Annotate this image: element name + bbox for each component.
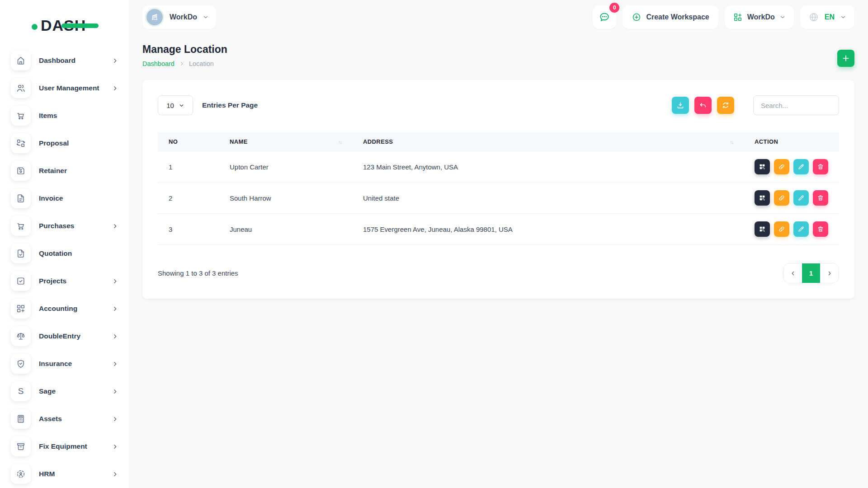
- copy-link-button[interactable]: [774, 221, 789, 237]
- focus-user-icon: [11, 464, 31, 484]
- cell-no: 2: [158, 183, 219, 214]
- entries-per-page-select[interactable]: 10: [158, 95, 193, 115]
- cell-name: Juneau: [219, 214, 352, 245]
- row-actions: [755, 159, 828, 174]
- reset-button[interactable]: [694, 97, 712, 114]
- language-selector[interactable]: EN: [800, 5, 854, 29]
- qr-code-button[interactable]: [755, 190, 770, 206]
- refresh-button[interactable]: [717, 97, 734, 114]
- sidebar-item-assets[interactable]: Assets: [11, 409, 121, 429]
- brand-logo[interactable]: DASH: [0, 10, 129, 37]
- sidebar: DASH Dashboard User Management Items Pro…: [0, 0, 129, 488]
- breadcrumb-dashboard-link[interactable]: Dashboard: [142, 60, 175, 67]
- qr-code-button[interactable]: [755, 159, 770, 174]
- delete-button[interactable]: [813, 221, 828, 237]
- previous-page-button[interactable]: [783, 263, 802, 283]
- building-icon: [145, 8, 164, 27]
- edit-button[interactable]: [793, 190, 809, 206]
- cart-icon: [11, 106, 31, 126]
- search-input[interactable]: [753, 95, 839, 115]
- floppy-icon: [11, 161, 31, 181]
- sidebar-item-dashboard[interactable]: Dashboard: [11, 51, 121, 70]
- messages-badge: 0: [609, 3, 619, 13]
- sidebar-item-doubleentry[interactable]: DoubleEntry: [11, 326, 121, 346]
- messages-button[interactable]: 0: [593, 5, 616, 29]
- sidebar-item-user-management[interactable]: User Management: [11, 78, 121, 98]
- workspace-name: WorkDo: [170, 13, 197, 21]
- download-icon: [676, 101, 684, 109]
- chevron-down-icon: [779, 14, 786, 20]
- sidebar-nav: Dashboard User Management Items Proposal…: [0, 37, 129, 484]
- grid-plus-icon: [733, 12, 743, 22]
- workdo-menu-button[interactable]: WorkDo: [725, 5, 794, 29]
- column-header-no: NO: [158, 132, 219, 151]
- chevron-right-icon: [112, 223, 118, 229]
- undo-icon: [699, 101, 707, 109]
- sidebar-item-projects[interactable]: Projects: [11, 271, 121, 291]
- qr-code-icon: [759, 163, 766, 170]
- export-button[interactable]: [672, 97, 689, 114]
- create-workspace-button[interactable]: Create Workspace: [623, 5, 718, 29]
- sidebar-item-retainer[interactable]: Retainer: [11, 161, 121, 181]
- sidebar-item-invoice[interactable]: Invoice: [11, 188, 121, 208]
- trash-icon: [817, 225, 824, 233]
- column-header-name: NAME ↑↓: [219, 132, 352, 151]
- trash-icon: [817, 194, 824, 202]
- table-row: 2 South Harrow United state: [158, 183, 839, 214]
- workspace-selector[interactable]: WorkDo: [142, 5, 216, 29]
- trash-icon: [817, 163, 824, 170]
- copy-link-button[interactable]: [774, 159, 789, 174]
- chevron-left-icon: [790, 270, 796, 277]
- chevron-down-icon: [203, 14, 209, 20]
- chevron-right-icon: [112, 278, 118, 284]
- page-header: Manage Location Dashboard Location: [142, 43, 854, 67]
- sidebar-item-items[interactable]: Items: [11, 106, 121, 126]
- chevron-right-icon: [112, 361, 118, 367]
- sidebar-item-insurance[interactable]: Insurance: [11, 354, 121, 374]
- delete-button[interactable]: [813, 159, 828, 174]
- sidebar-item-purchases[interactable]: Purchases: [11, 216, 121, 236]
- checkbox-icon: [11, 271, 31, 291]
- edit-button[interactable]: [793, 221, 809, 237]
- sidebar-item-proposal[interactable]: Proposal: [11, 133, 121, 153]
- qr-code-icon: [759, 194, 766, 202]
- cell-no: 3: [158, 214, 219, 245]
- next-page-button[interactable]: [820, 263, 839, 283]
- entries-per-page-label: Entries Per Page: [202, 101, 258, 109]
- sidebar-item-accounting[interactable]: Accounting: [11, 299, 121, 319]
- page-title: Manage Location: [142, 43, 227, 56]
- table-row: 3 Juneau 1575 Evergreen Ave, Juneau, Ala…: [158, 214, 839, 245]
- file-check-icon: [11, 244, 31, 263]
- chevron-down-icon: [840, 14, 846, 20]
- page-number-button[interactable]: 1: [802, 263, 820, 283]
- chevron-right-icon: [112, 333, 118, 339]
- logo-dot-icon: [32, 24, 38, 30]
- sidebar-item-quotation[interactable]: Quotation: [11, 244, 121, 263]
- row-actions: [755, 221, 828, 237]
- sidebar-item-hrm[interactable]: HRM: [11, 464, 121, 484]
- column-header-address: ADDRESS ↑↓: [352, 132, 744, 151]
- copy-link-button[interactable]: [774, 190, 789, 206]
- delete-button[interactable]: [813, 190, 828, 206]
- logo-text: DASH: [41, 18, 86, 33]
- qr-code-button[interactable]: [755, 221, 770, 237]
- scale-icon: [11, 326, 31, 346]
- add-location-button[interactable]: [837, 50, 854, 67]
- sidebar-item-fix-equipment[interactable]: Fix Equipment: [11, 436, 121, 456]
- topbar: WorkDo 0 Create Workspace WorkDo EN: [129, 0, 868, 34]
- link-icon: [778, 225, 785, 233]
- logo-dash-icon: [61, 23, 99, 28]
- chevron-right-icon: [112, 416, 118, 422]
- sidebar-item-sage[interactable]: S Sage: [11, 381, 121, 401]
- card-toolbar: 10 Entries Per Page: [158, 95, 839, 115]
- card-footer: Showing 1 to 3 of 3 entries 1: [158, 263, 839, 283]
- table-row: 1 Upton Carter 123 Main Street, Anytown,…: [158, 151, 839, 183]
- column-header-action: ACTION: [744, 132, 839, 151]
- chevron-right-icon: [112, 444, 118, 450]
- row-actions: [755, 190, 828, 206]
- sort-icon[interactable]: ↑↓: [730, 139, 733, 145]
- plus-icon: [841, 54, 850, 63]
- locations-card: 10 Entries Per Page NO: [142, 80, 854, 299]
- sort-icon[interactable]: ↑↓: [338, 139, 341, 145]
- edit-button[interactable]: [793, 159, 809, 174]
